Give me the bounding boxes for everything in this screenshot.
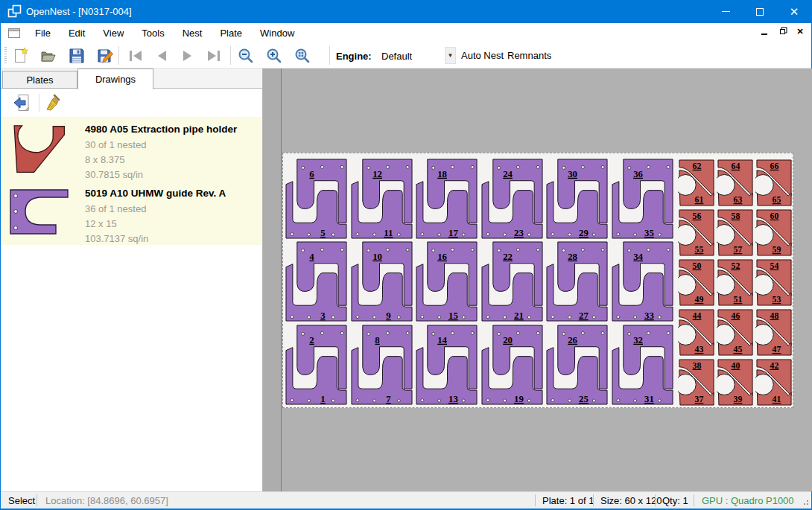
part-pair-38-37[interactable]: 38 37 xyxy=(678,358,716,407)
svg-text:30: 30 xyxy=(568,169,577,179)
part-pair-32-31[interactable]: 32 31 xyxy=(611,324,676,406)
svg-text:64: 64 xyxy=(732,161,740,171)
part-pair-52-51[interactable]: 52 51 xyxy=(717,258,755,307)
svg-text:33: 33 xyxy=(644,310,653,321)
resize-grip[interactable] xyxy=(802,498,809,506)
menu-edit[interactable]: Edit xyxy=(60,25,94,42)
save-as-icon xyxy=(96,47,114,65)
part-pair-48-47[interactable]: 48 47 xyxy=(755,308,793,357)
part-pair-46-45[interactable]: 46 45 xyxy=(717,308,755,357)
svg-text:24: 24 xyxy=(503,169,513,179)
drawing-nested-count: 36 of 1 nested xyxy=(85,203,146,214)
svg-text:57: 57 xyxy=(734,244,743,255)
part-pair-42-41[interactable]: 42 41 xyxy=(755,358,793,407)
part-pair-34-33[interactable]: 34 33 xyxy=(611,240,676,322)
previous-plate-button[interactable] xyxy=(150,45,173,66)
svg-text:11: 11 xyxy=(384,228,393,238)
open-button[interactable] xyxy=(37,45,60,66)
mdi-close-button[interactable]: ✕ xyxy=(795,25,805,37)
part-pair-64-63[interactable]: 64 63 xyxy=(717,159,755,207)
clear-drawings-button[interactable] xyxy=(42,92,64,114)
svg-text:10: 10 xyxy=(372,252,382,262)
menu-tools[interactable]: Tools xyxy=(133,25,173,42)
part-pair-44-43[interactable]: 44 43 xyxy=(678,308,716,357)
part-pair-66-65[interactable]: 66 65 xyxy=(755,159,793,207)
plate[interactable]: 6 5 12 11 18 17 24 23 30 29 36 35 xyxy=(282,153,793,408)
part-pair-18-17[interactable]: 18 17 xyxy=(415,158,480,240)
menu-window[interactable]: Window xyxy=(251,25,303,42)
menu-nest[interactable]: Nest xyxy=(174,25,212,42)
part-pair-8-7[interactable]: 8 7 xyxy=(350,324,415,406)
next-plate-button[interactable] xyxy=(177,45,199,66)
svg-text:32: 32 xyxy=(633,335,643,345)
auto-nest-button[interactable]: Auto Nest xyxy=(459,47,506,64)
engine-combobox[interactable]: Default xyxy=(381,51,412,62)
svg-text:26: 26 xyxy=(568,335,577,345)
part-pair-22-21[interactable]: 22 21 xyxy=(480,240,545,322)
svg-text:59: 59 xyxy=(773,244,781,255)
part-pair-4-3[interactable]: 4 3 xyxy=(285,240,349,322)
status-plate: Plate: 1 of 1 xyxy=(542,495,594,506)
new-button[interactable] xyxy=(10,45,32,66)
part-pair-30-29[interactable]: 30 29 xyxy=(545,158,610,240)
svg-text:42: 42 xyxy=(770,360,779,371)
zoom-in-button[interactable] xyxy=(263,45,285,66)
menu-view[interactable]: View xyxy=(94,25,133,42)
part-pair-50-49[interactable]: 50 49 xyxy=(678,258,716,307)
tab-drawings[interactable]: Drawings xyxy=(77,68,153,89)
part-pair-14-13[interactable]: 14 13 xyxy=(415,324,480,406)
svg-text:2: 2 xyxy=(309,335,314,345)
svg-text:27: 27 xyxy=(579,310,589,321)
minimize-button[interactable] xyxy=(708,0,743,23)
svg-text:52: 52 xyxy=(732,261,740,271)
svg-text:4: 4 xyxy=(309,252,314,262)
drawing-item-4980[interactable]: 4980 A05 Extraction pipe holder 30 of 1 … xyxy=(1,117,262,181)
part-pair-60-59[interactable]: 60 59 xyxy=(755,208,793,257)
part-pair-28-27[interactable]: 28 27 xyxy=(545,240,610,322)
svg-text:51: 51 xyxy=(734,294,743,305)
mdi-restore-button[interactable] xyxy=(777,25,787,37)
close-button[interactable]: ✕ xyxy=(777,0,811,23)
part-pair-62-61[interactable]: 62 61 xyxy=(678,159,716,207)
part-pair-58-57[interactable]: 58 57 xyxy=(717,208,755,257)
last-plate-button[interactable] xyxy=(203,45,225,66)
drawing-item-5019[interactable]: 5019 A10 UHMW guide Rev. A 36 of 1 neste… xyxy=(1,181,262,245)
part-pair-20-19[interactable]: 20 19 xyxy=(480,324,545,406)
engine-label: Engine: xyxy=(336,51,372,62)
part-pair-10-9[interactable]: 10 9 xyxy=(350,240,415,322)
svg-text:41: 41 xyxy=(773,394,781,404)
part-pair-2-1[interactable]: 2 1 xyxy=(285,324,349,406)
menu-plate[interactable]: Plate xyxy=(211,25,251,42)
part-pair-26-25[interactable]: 26 25 xyxy=(545,324,610,406)
toolbar-grip[interactable] xyxy=(4,47,7,64)
broom-icon xyxy=(43,93,63,112)
drawing-thumbnail-purple-part xyxy=(8,187,77,239)
part-pair-16-15[interactable]: 16 15 xyxy=(415,240,480,322)
zoom-fit-button[interactable] xyxy=(291,45,314,66)
drawing-thumbnail-red-part xyxy=(8,123,77,176)
save-button[interactable] xyxy=(66,45,88,66)
first-plate-button[interactable] xyxy=(124,45,147,66)
menu-file[interactable]: File xyxy=(26,25,60,42)
part-pair-12-11[interactable]: 12 11 xyxy=(350,158,415,240)
maximize-button[interactable] xyxy=(743,0,777,23)
status-mode: Select xyxy=(8,495,35,506)
mdi-minimize-button[interactable] xyxy=(759,25,770,37)
part-pair-54-53[interactable]: 54 53 xyxy=(755,258,793,307)
svg-text:19: 19 xyxy=(513,394,523,404)
document-icon[interactable] xyxy=(7,25,22,40)
svg-text:13: 13 xyxy=(448,394,458,404)
svg-text:40: 40 xyxy=(732,360,740,371)
zoom-out-button[interactable] xyxy=(235,45,257,66)
part-pair-36-35[interactable]: 36 35 xyxy=(611,158,676,240)
part-pair-56-55[interactable]: 56 55 xyxy=(678,208,716,257)
status-gpu: GPU : Quadro P1000 xyxy=(702,495,794,506)
remnants-button[interactable]: Remnants xyxy=(505,47,554,64)
part-pair-24-23[interactable]: 24 23 xyxy=(480,158,545,240)
tab-plates[interactable]: Plates xyxy=(2,71,77,89)
part-pair-40-39[interactable]: 40 39 xyxy=(717,358,755,407)
part-pair-6-5[interactable]: 6 5 xyxy=(285,158,349,240)
send-to-nest-button[interactable] xyxy=(11,92,34,114)
engine-dropdown-button[interactable]: ▼ xyxy=(445,47,456,64)
save-as-button[interactable] xyxy=(94,45,116,66)
